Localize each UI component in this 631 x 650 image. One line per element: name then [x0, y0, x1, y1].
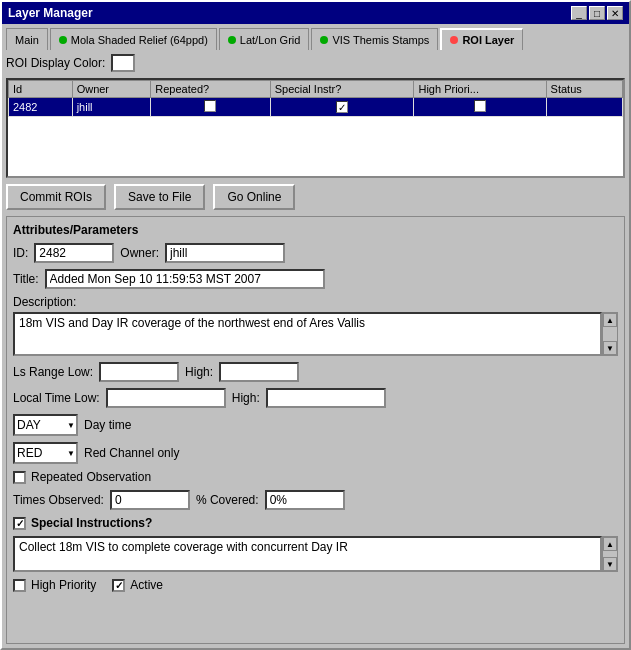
active-checkbox[interactable] — [112, 579, 125, 592]
ls-range-label: Ls Range Low: — [13, 365, 93, 379]
tab-mola-label: Mola Shaded Relief (64ppd) — [71, 34, 208, 46]
col-repeated: Repeated? — [151, 81, 270, 98]
cell-id: 2482 — [9, 98, 73, 117]
pct-covered-input[interactable] — [265, 490, 345, 510]
roi-display-label: ROI Display Color: — [6, 56, 105, 70]
tab-vis[interactable]: VIS Themis Stamps — [311, 28, 438, 50]
cell-status — [546, 98, 622, 117]
id-input[interactable] — [34, 243, 114, 263]
save-to-file-button[interactable]: Save to File — [114, 184, 205, 210]
tab-latlon-dot — [228, 36, 236, 44]
table-row[interactable]: 2482 jhill — [9, 98, 623, 117]
repeated-obs-label: Repeated Observation — [31, 470, 151, 484]
times-observed-input[interactable] — [110, 490, 190, 510]
tab-latlon-label: Lat/Lon Grid — [240, 34, 301, 46]
tab-main[interactable]: Main — [6, 28, 48, 50]
special-instr-label: Special Instructions? — [31, 516, 152, 530]
maximize-button[interactable]: □ — [589, 6, 605, 20]
title-row: Title: — [13, 269, 618, 289]
title-input[interactable] — [45, 269, 325, 289]
special-instr-checkbox[interactable] — [13, 517, 26, 530]
title-bar: Layer Manager _ □ ✕ — [2, 2, 629, 24]
tab-latlon[interactable]: Lat/Lon Grid — [219, 28, 310, 50]
owner-input[interactable] — [165, 243, 285, 263]
title-label: Title: — [13, 272, 39, 286]
close-button[interactable]: ✕ — [607, 6, 623, 20]
local-time-high-label: High: — [232, 391, 260, 405]
day-dropdown-row: DAY NIGHT ANY Day time — [13, 414, 618, 436]
red-dropdown-row: RED BLUE GREEN Red Channel only — [13, 442, 618, 464]
attributes-section: Attributes/Parameters ID: Owner: Title: … — [6, 216, 625, 644]
local-time-low-input[interactable] — [106, 388, 226, 408]
si-scrollbar-down[interactable]: ▼ — [603, 557, 617, 571]
times-observed-label: Times Observed: — [13, 493, 104, 507]
scrollbar-up[interactable]: ▲ — [603, 313, 617, 327]
commit-rois-button[interactable]: Commit ROIs — [6, 184, 106, 210]
ls-range-low-input[interactable] — [99, 362, 179, 382]
day-select[interactable]: DAY NIGHT ANY — [13, 414, 78, 436]
col-status: Status — [546, 81, 622, 98]
roi-color-box[interactable] — [111, 54, 135, 72]
special-check — [336, 101, 348, 113]
id-label: ID: — [13, 246, 28, 260]
window-title: Layer Manager — [8, 6, 93, 20]
tab-roi-label: ROI Layer — [462, 34, 514, 46]
tab-vis-dot — [320, 36, 328, 44]
tab-mola-dot — [59, 36, 67, 44]
repeated-check — [204, 100, 216, 112]
col-owner: Owner — [72, 81, 151, 98]
tabs-bar: Main Mola Shaded Relief (64ppd) Lat/Lon … — [2, 24, 629, 50]
active-row: Active — [112, 578, 163, 592]
local-time-label: Local Time Low: — [13, 391, 100, 405]
special-instr-textarea[interactable]: Collect 18m VIS to complete coverage wit… — [13, 536, 602, 572]
special-instr-row: Special Instructions? — [13, 516, 618, 530]
description-container: 18m VIS and Day IR coverage of the north… — [13, 312, 618, 356]
cell-repeated — [151, 98, 270, 117]
cell-owner: jhill — [72, 98, 151, 117]
red-channel-label: Red Channel only — [84, 446, 179, 460]
repeated-obs-row: Repeated Observation — [13, 470, 618, 484]
local-time-row: Local Time Low: High: — [13, 388, 618, 408]
special-instr-scrollbar[interactable]: ▲ ▼ — [602, 536, 618, 572]
layer-manager-window: Layer Manager _ □ ✕ Main Mola Shaded Rel… — [0, 0, 631, 650]
ls-range-high-label: High: — [185, 365, 213, 379]
high-priority-label: High Priority — [31, 578, 96, 592]
special-instr-container: Collect 18m VIS to complete coverage wit… — [13, 536, 618, 572]
go-online-button[interactable]: Go Online — [213, 184, 295, 210]
roi-table: Id Owner Repeated? Special Instr? High P… — [8, 80, 623, 117]
high-priority-row: High Priority — [13, 578, 96, 592]
highpri-check — [474, 100, 486, 112]
roi-display-row: ROI Display Color: — [6, 54, 625, 72]
pct-covered-label: % Covered: — [196, 493, 259, 507]
description-textarea[interactable]: 18m VIS and Day IR coverage of the north… — [13, 312, 602, 356]
day-time-label: Day time — [84, 418, 131, 432]
day-select-wrapper[interactable]: DAY NIGHT ANY — [13, 414, 78, 436]
description-scrollbar[interactable]: ▲ ▼ — [602, 312, 618, 356]
red-select-wrapper[interactable]: RED BLUE GREEN — [13, 442, 78, 464]
tab-roi-dot — [450, 36, 458, 44]
tab-vis-label: VIS Themis Stamps — [332, 34, 429, 46]
ls-range-row: Ls Range Low: High: — [13, 362, 618, 382]
description-label: Description: — [13, 295, 618, 309]
minimize-button[interactable]: _ — [571, 6, 587, 20]
red-select[interactable]: RED BLUE GREEN — [13, 442, 78, 464]
local-time-high-input[interactable] — [266, 388, 386, 408]
attributes-title: Attributes/Parameters — [13, 223, 618, 237]
high-priority-checkbox[interactable] — [13, 579, 26, 592]
cell-highpri — [414, 98, 546, 117]
si-scrollbar-up[interactable]: ▲ — [603, 537, 617, 551]
id-owner-row: ID: Owner: — [13, 243, 618, 263]
scrollbar-down[interactable]: ▼ — [603, 341, 617, 355]
tab-mola[interactable]: Mola Shaded Relief (64ppd) — [50, 28, 217, 50]
col-highpri: High Priori... — [414, 81, 546, 98]
bottom-row: High Priority Active — [13, 578, 618, 592]
cell-special — [270, 98, 414, 117]
roi-table-container: Id Owner Repeated? Special Instr? High P… — [6, 78, 625, 178]
repeated-obs-checkbox[interactable] — [13, 471, 26, 484]
buttons-row: Commit ROIs Save to File Go Online — [6, 184, 625, 210]
active-label: Active — [130, 578, 163, 592]
tab-roi[interactable]: ROI Layer — [440, 28, 523, 50]
owner-label: Owner: — [120, 246, 159, 260]
times-observed-row: Times Observed: % Covered: — [13, 490, 618, 510]
ls-range-high-input[interactable] — [219, 362, 299, 382]
